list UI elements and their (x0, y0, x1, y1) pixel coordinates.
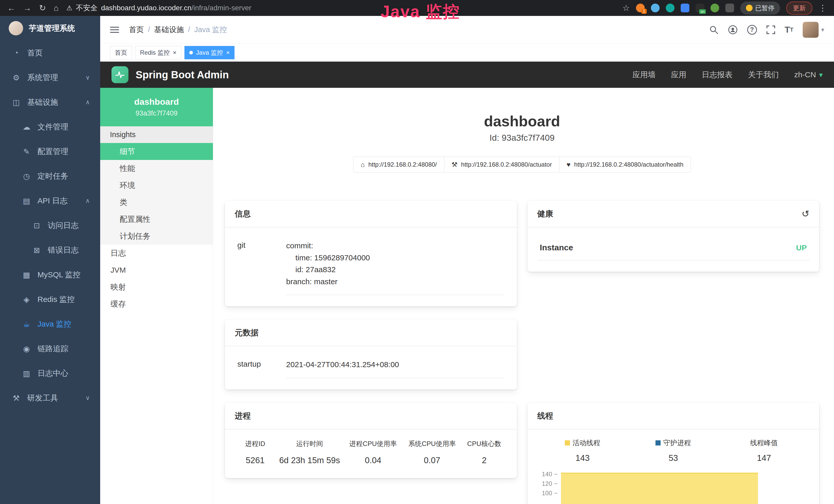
address-bar[interactable]: ⚠ 不安全 dashboard.yudao.iocoder.cn/infra/a… (66, 3, 251, 13)
link-url: http://192.168.0.2:48080/actuator/health (574, 161, 683, 168)
history-icon[interactable]: ↺ (802, 208, 809, 219)
sidebar-item-mysql-monitor[interactable]: ▦MySQL 监控 (0, 262, 100, 287)
tab-home[interactable]: 首页 (110, 46, 132, 59)
browser-back-icon[interactable]: ← (7, 4, 16, 12)
sidebar-item-infrastructure[interactable]: ◫基础设施∧ (0, 90, 100, 115)
nav-wallboard[interactable]: 应用墙 (632, 70, 656, 80)
breadcrumb-home[interactable]: 首页 (129, 25, 144, 35)
sidebar-item-dev-tools[interactable]: ⚒研发工具∨ (0, 386, 100, 410)
sidebar-item-tracing[interactable]: ◉链路追踪 (0, 336, 100, 361)
sba-item-mappings[interactable]: 映射 (100, 279, 213, 296)
sidebar-item-label: 定时任务 (38, 171, 68, 182)
error-log-icon: ⊠ (32, 246, 42, 255)
breadcrumb-separator: / (148, 25, 150, 34)
breadcrumb-infrastructure[interactable]: 基础设施 (154, 25, 184, 35)
sba-item-details[interactable]: 细节 (100, 143, 213, 160)
instance-actuator-link[interactable]: ⚒http://192.168.0.2:48080/actuator (444, 157, 559, 173)
fullscreen-icon[interactable] (766, 25, 775, 35)
close-icon[interactable]: × (173, 49, 176, 56)
browser-menu-icon[interactable]: ⋮ (818, 4, 827, 12)
info-card: 信息 git commit: time: 1596289704000 id: 2… (225, 201, 517, 306)
tags-view: 首页 Redis 监控× Java 监控× (100, 44, 834, 62)
y-axis-tick: 120 (537, 480, 557, 487)
extension-icon[interactable] (651, 4, 660, 12)
process-value: 0.04 (344, 456, 403, 465)
sidebar-item-system-manage[interactable]: ⚙系统管理∨ (0, 65, 100, 90)
sba-item-scheduled-tasks[interactable]: 计划任务 (100, 228, 213, 245)
sidebar-item-file-manage[interactable]: ☁文件管理 (0, 115, 100, 139)
tab-label: Redis 监控 (140, 48, 170, 57)
url-host: dashboard.yudao.iocoder.cn (101, 4, 191, 12)
sidebar-item-home[interactable]: ◔首页 (0, 41, 100, 65)
sidebar-item-java-monitor[interactable]: ☕Java 监控 (0, 312, 100, 336)
sba-item-jvm[interactable]: JVM (100, 261, 213, 279)
threads-card: 线程 活动线程 守护进程 线程峰值 143 53 147 (528, 403, 819, 504)
extension-on-badge: on (699, 9, 706, 14)
chevron-down-icon: ▾ (819, 71, 823, 79)
extension-icon[interactable]: 1 (636, 4, 645, 12)
sidebar-item-log-center[interactable]: ▥日志中心 (0, 361, 100, 386)
card-title: 健康 (537, 208, 553, 219)
sidebar-toggle-icon[interactable] (110, 26, 119, 34)
info-line: time: 1596289704000 (286, 252, 504, 264)
browser-forward-icon[interactable]: → (23, 4, 31, 12)
paused-badge[interactable]: 已暂停 (740, 2, 780, 15)
sba-item-classes[interactable]: 类 (100, 194, 213, 211)
tracing-icon: ◉ (22, 344, 31, 353)
extension-icon[interactable] (666, 4, 675, 12)
daemon-threads-value: 53 (628, 453, 719, 463)
link-url: http://192.168.0.2:48080/ (368, 161, 437, 168)
instance-header[interactable]: dashboard 93a3fc7f7409 (100, 88, 213, 126)
update-button[interactable]: 更新 (786, 2, 812, 15)
metadata-card: 元数据 startup 2021-04-27T00:44:31.254+08:0… (225, 320, 517, 389)
nav-applications[interactable]: 应用 (671, 70, 686, 80)
browser-home-icon[interactable]: ⌂ (54, 4, 59, 12)
locale-selector[interactable]: zh-CN▾ (794, 70, 823, 79)
font-size-icon[interactable]: TT (785, 25, 793, 35)
sidebar-item-access-log[interactable]: ⊡访问日志 (0, 213, 100, 238)
sidebar-item-label: 基础设施 (27, 97, 58, 108)
browser-refresh-icon[interactable]: ↻ (39, 4, 46, 12)
extension-icon[interactable] (710, 4, 719, 12)
process-header: CPU核心数 (462, 439, 507, 448)
search-icon[interactable] (709, 25, 719, 35)
y-axis-tick: 100 (537, 489, 557, 497)
github-icon[interactable] (728, 25, 738, 35)
sidebar-group-insights: Insights (100, 126, 213, 143)
tab-redis-monitor[interactable]: Redis 监控× (135, 46, 181, 59)
sidebar-item-redis-monitor[interactable]: ◈Redis 监控 (0, 287, 100, 312)
app-logo[interactable]: 芋道管理系统 (0, 16, 100, 41)
sidebar-item-scheduled-job[interactable]: ◷定时任务 (0, 164, 100, 188)
sba-item-config-props[interactable]: 配置属性 (100, 211, 213, 228)
bookmark-star-icon[interactable]: ☆ (622, 4, 630, 12)
sidebar-item-config-manage[interactable]: ✎配置管理 (0, 139, 100, 164)
instance-id: 93a3fc7f7409 (136, 109, 178, 117)
instance-health-link[interactable]: ♥http://192.168.0.2:48080/actuator/healt… (559, 157, 691, 173)
instance-home-link[interactable]: ⌂http://192.168.0.2:48080/ (353, 157, 444, 173)
extension-icon[interactable]: on (696, 4, 704, 12)
tab-java-monitor[interactable]: Java 监控× (184, 46, 235, 59)
paused-label: 已暂停 (755, 4, 774, 12)
extension-badge: 1 (641, 9, 647, 14)
nav-journal[interactable]: 日志报表 (702, 70, 732, 80)
sidebar-item-api-log[interactable]: ▤API 日志∧ (0, 188, 100, 213)
annotation-java-monitor: Java 监控 (381, 1, 460, 23)
nav-about[interactable]: 关于我们 (748, 70, 779, 80)
threads-chart: 140 120 100 (537, 471, 810, 504)
extension-icon[interactable] (725, 4, 734, 12)
help-icon[interactable]: ? (747, 25, 757, 35)
sba-item-performance[interactable]: 性能 (100, 160, 213, 177)
extension-icon[interactable] (681, 4, 689, 12)
sba-item-caches[interactable]: 缓存 (100, 296, 213, 313)
app-title: 芋道管理系统 (29, 23, 75, 33)
update-label: 更新 (793, 4, 806, 12)
sidebar-item-error-log[interactable]: ⊠错误日志 (0, 238, 100, 262)
y-axis-tick: 140 (537, 471, 557, 478)
user-avatar[interactable]: ▾ (803, 22, 824, 38)
sba-item-environment[interactable]: 环境 (100, 177, 213, 194)
url-text: dashboard.yudao.iocoder.cn/infra/admin-s… (101, 4, 251, 12)
health-card: 健康 ↺ Instance UP (528, 201, 819, 272)
sba-item-logfile[interactable]: 日志 (100, 245, 213, 261)
header-actions: ? TT ▾ (709, 22, 824, 38)
close-icon[interactable]: × (226, 49, 229, 56)
